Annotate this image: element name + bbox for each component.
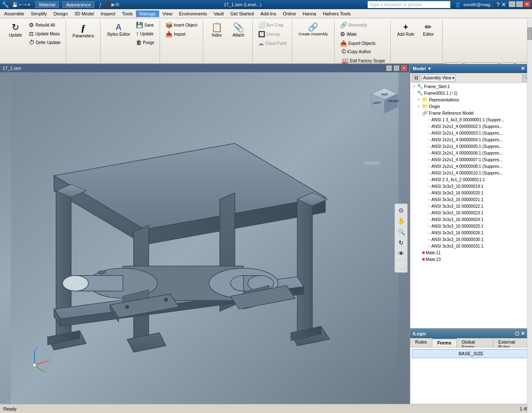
tree-item-ansi-1[interactable]: ─ ANSI 1 3_4x3_8 00000001:1 (Suppre... xyxy=(410,116,532,123)
tree-item-representations[interactable]: + 📁 Representations xyxy=(410,96,532,103)
minimize-button[interactable]: ─ xyxy=(509,1,515,7)
menu-add-ins[interactable]: Add-Ins xyxy=(257,10,280,17)
tree-item-ansi-3x3-21[interactable]: ─ ANSI 3x3x3_16 00000021:1 xyxy=(410,196,532,203)
tree-item-ansi-6[interactable]: ─ ANSI 2x2x1_4 00000006:1 (Suppres... xyxy=(410,150,532,156)
expand-origin[interactable]: + xyxy=(416,103,422,109)
restore-button[interactable]: □ xyxy=(516,1,523,7)
tree-item-origin[interactable]: + 📁 Origin xyxy=(410,103,532,110)
menu-simplify[interactable]: Simplify xyxy=(27,10,50,17)
pan-button[interactable]: ✋ xyxy=(396,216,406,226)
model-tree[interactable]: + 🔧 Frame_Skel:1 - 🔧 Frame0001:1 (~1) + … xyxy=(410,83,532,328)
menu-online[interactable]: Online xyxy=(279,10,299,17)
menu-assemble[interactable]: Assemble xyxy=(1,10,27,17)
tree-item-mate-11[interactable]: ■ Mate:11 xyxy=(410,249,532,256)
purge-button[interactable]: 🗑 Purge xyxy=(134,38,156,47)
assembly-view-select[interactable]: Assembly View ▾ xyxy=(422,74,456,82)
tree-item-ansi-3x3-25[interactable]: ─ ANSI 3x3x3_16 00000025:1 xyxy=(410,223,532,229)
uncrop-button[interactable]: 🔲 Uncrop xyxy=(256,30,282,38)
insert-object-button[interactable]: 📦 Insert Object xyxy=(163,21,200,29)
filter-button[interactable]: ⊟ xyxy=(412,74,420,82)
material-dropdown[interactable]: Material xyxy=(35,1,59,8)
tree-item-frame-ref[interactable]: - 🔗 Frame Reference Model xyxy=(410,110,532,116)
tree-item-ansi-8[interactable]: ─ ANSI 2x2x1_4 00000008:1 (Suppres... xyxy=(410,163,532,170)
menu-view[interactable]: View xyxy=(159,10,176,17)
menu-tools[interactable]: Tools xyxy=(119,10,136,17)
appearance-dropdown[interactable]: Appearance xyxy=(62,1,94,8)
tree-item-frame0001[interactable]: - 🔧 Frame0001:1 (~1) xyxy=(410,90,532,96)
tree-item-ansi-7[interactable]: ─ ANSI 2x2x1_4 00000007:1 (Suppres... xyxy=(410,156,532,163)
tree-item-ansi-3x3-20[interactable]: ─ ANSI 3x3x3_16 00000020:1 xyxy=(410,189,532,196)
tree-item-ansi-3x3-30[interactable]: ─ ANSI 3x3x3_16 00000030:1 xyxy=(410,236,532,243)
export-objects-button[interactable]: 📤 Export Objects xyxy=(338,39,378,47)
defer-update-button[interactable]: ⏱ Defer Update xyxy=(27,38,62,47)
zoom-button[interactable]: 🔍 xyxy=(396,227,406,237)
viewport-close[interactable]: ✕ xyxy=(401,65,407,71)
tree-scrollbar[interactable] xyxy=(527,64,532,329)
menu-3d-model[interactable]: 3D Model xyxy=(71,10,97,17)
zoom-fit-button[interactable]: ⊙ xyxy=(396,205,406,215)
viewport-minimize[interactable]: ─ xyxy=(386,65,392,71)
rebuild-all-button[interactable]: ⚙ Rebuild All xyxy=(27,21,62,29)
menu-design[interactable]: Design xyxy=(50,10,71,17)
menu-hanna[interactable]: Hanna xyxy=(299,10,319,17)
tree-item-frame-skel[interactable]: + 🔧 Frame_Skel:1 xyxy=(410,83,532,90)
tree-item-ansi-3[interactable]: ─ ANSI 2x2x1_4 00000003:1 (Suppres... xyxy=(410,130,532,136)
cloud-point-button[interactable]: ☁ Cloud Point xyxy=(256,39,289,47)
search-box[interactable]: Type a keyword or phrase xyxy=(367,1,451,8)
help-icon[interactable]: ? xyxy=(496,1,500,8)
menu-vault[interactable]: Vault xyxy=(210,10,227,17)
menu-environments[interactable]: Environments xyxy=(176,10,210,17)
box-crop-button[interactable]: ⬜ Box Crop xyxy=(256,21,286,29)
tree-item-ansi-3x3-23[interactable]: ─ ANSI 3x3x3_16 00000023:1 xyxy=(410,209,532,216)
add-rule-button[interactable]: + Add Rule xyxy=(394,21,417,39)
menu-inspect[interactable]: Inspect xyxy=(97,10,118,17)
menu-get-started[interactable]: Get Started xyxy=(227,10,257,17)
parameters-button[interactable]: ƒ Parameters xyxy=(69,21,97,40)
create-iassembly-button[interactable]: 🔗 Create iAssembly xyxy=(296,21,331,38)
viewcube[interactable]: TOP LEFT FRONT xyxy=(368,85,401,118)
model-panel-close-icon[interactable]: ✕ xyxy=(521,66,525,71)
update-mass-button[interactable]: ⚖ Update Mass xyxy=(27,30,62,38)
ilogic-tab-forms[interactable]: Forms xyxy=(432,338,457,347)
zoom-window-button[interactable]: ⬜ xyxy=(396,261,406,271)
viewport[interactable]: 17_1.iam ─ □ ✕ xyxy=(0,64,409,404)
expand-frame-skel[interactable]: + xyxy=(411,84,417,89)
tree-item-ansi-4[interactable]: ─ ANSI 2x2x1_4 00000004:1 (Suppres... xyxy=(410,136,532,143)
ilogic-close-icon[interactable]: ✕ xyxy=(521,331,525,337)
viewport-restore[interactable]: □ xyxy=(394,65,399,71)
expand-frame-ref[interactable]: - xyxy=(416,110,422,116)
menu-hafners-tools[interactable]: Hafners Tools xyxy=(320,10,354,17)
edit-factory-scope-button[interactable]: 🏭 Edit Factory Scope xyxy=(340,57,387,65)
styles-editor-button[interactable]: A Styles Editor xyxy=(104,21,133,39)
ilogic-tab-external-rules[interactable]: External Rules xyxy=(493,338,532,347)
expand-representations[interactable]: + xyxy=(416,97,422,103)
close-other-icon[interactable]: ✕ xyxy=(501,1,506,8)
menu-manage[interactable]: Manage xyxy=(136,10,159,17)
update-button[interactable]: ↻ Update xyxy=(5,21,26,39)
import-button[interactable]: 📥 Import xyxy=(163,30,187,38)
index-button[interactable]: 📋 Index xyxy=(207,21,227,39)
tree-item-ansi-5[interactable]: ─ ANSI 2x2x1_4 00000005:1 (Suppres... xyxy=(410,143,532,150)
attach-button[interactable]: 📎 Attach xyxy=(228,21,249,39)
editor-button[interactable]: ✏ Editor xyxy=(418,21,439,39)
ilogic-tab-global-forms[interactable]: Global Forms xyxy=(457,338,493,347)
orbit-button[interactable]: ↻ xyxy=(396,238,406,248)
save-style-button[interactable]: 💾 Save xyxy=(134,21,156,29)
tree-item-ansi-3x3-26[interactable]: ─ ANSI 3x3x3_16 00000026:1 xyxy=(410,229,532,236)
viewport-content[interactable]: FRONT Z X Y xyxy=(0,72,409,404)
tree-item-ansi-3x3-19[interactable]: ─ ANSI 3x3x3_16 00000019:1 xyxy=(410,183,532,189)
tree-item-mate-13[interactable]: ■ Mate:13 xyxy=(410,256,532,263)
imate-button[interactable]: ⚙ iMate xyxy=(338,30,359,38)
tree-item-ansi-2[interactable]: ─ ANSI 2x2x1_4 00000002:1 (Suppres... xyxy=(410,123,532,130)
close-button[interactable]: ✕ xyxy=(524,1,530,7)
ilogic-float-icon[interactable]: ⬡ xyxy=(515,331,519,337)
look-at-button[interactable]: 👁 xyxy=(396,248,406,258)
update-style-button[interactable]: ↑ Update xyxy=(134,30,156,38)
icopy-author-button[interactable]: © iCopy Author xyxy=(340,47,373,56)
tree-item-ansi-10[interactable]: ─ ANSI 2x2x1_4 00000010:1 (Suppres... xyxy=(410,170,532,176)
tree-item-ansi-3x3-24[interactable]: ─ ANSI 3x3x3_16 00000024:1 xyxy=(410,216,532,223)
ilogic-tab-rules[interactable]: Rules xyxy=(410,338,432,347)
tree-item-ansi-2-3[interactable]: ─ ANSI 2 3_4x1_2 00000011:1 xyxy=(410,176,532,183)
tree-item-ansi-3x3-31[interactable]: ─ ANSI 3x3x3_16 00000031:1 xyxy=(410,243,532,249)
iassembly-button[interactable]: 🔗 iAssembly xyxy=(338,21,369,29)
